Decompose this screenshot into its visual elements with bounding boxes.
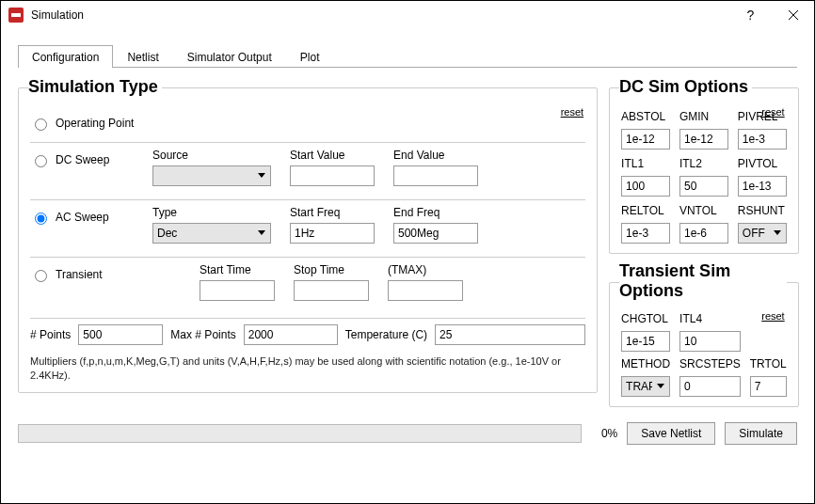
dc-end-label: End Value	[393, 149, 478, 162]
close-icon	[789, 10, 798, 20]
simulation-type-group: Simulation Type reset Operating Point DC…	[18, 77, 598, 393]
maxpoints-input[interactable]	[244, 324, 338, 345]
app-icon	[8, 8, 24, 23]
progress-bar	[18, 424, 582, 443]
gmin-label: GMIN	[679, 108, 728, 123]
ac-type-label: Type	[152, 206, 271, 219]
transient-sim-options-legend: Transient Sim Options	[619, 261, 787, 303]
chgtol-input[interactable]	[621, 331, 670, 352]
radio-transient[interactable]	[35, 270, 47, 282]
npoints-input[interactable]	[78, 324, 163, 345]
reltol-input[interactable]	[621, 223, 670, 244]
itl1-input[interactable]	[621, 176, 670, 197]
titlebar: Simulation ?	[1, 1, 814, 29]
itl4-input[interactable]	[679, 331, 741, 352]
dc-end-input[interactable]	[393, 165, 478, 186]
trtol-label: TRTOL	[750, 357, 787, 370]
tab-configuration[interactable]: Configuration	[18, 45, 113, 68]
content: Simulation Type reset Operating Point DC…	[1, 68, 814, 422]
tran-start-label: Start Time	[200, 263, 275, 276]
tran-stop-label: Stop Time	[294, 263, 369, 276]
transient-label: Transient	[56, 268, 103, 281]
vntol-input[interactable]	[679, 223, 728, 244]
tab-simulator-output[interactable]: Simulator Output	[173, 45, 286, 68]
reset-sim-type[interactable]: reset	[561, 106, 583, 118]
ac-endf-label: End Freq	[393, 206, 478, 219]
vntol-label: VNTOL	[679, 202, 728, 217]
dc-start-input[interactable]	[290, 165, 375, 186]
help-button[interactable]: ?	[729, 1, 772, 29]
window-title: Simulation	[31, 8, 84, 22]
maxpoints-label: Max # Points	[170, 328, 235, 341]
rshunt-label: RSHUNT	[738, 202, 787, 217]
ac-endf-input[interactable]	[393, 223, 478, 244]
method-label: METHOD	[621, 357, 670, 370]
itl2-label: ITL2	[679, 155, 728, 170]
abstol-label: ABSTOL	[621, 108, 670, 123]
dc-start-label: Start Value	[290, 149, 375, 162]
close-button[interactable]	[772, 1, 814, 29]
progress-percent: 0%	[591, 427, 617, 440]
ac-startf-label: Start Freq	[290, 206, 375, 219]
radio-operating-point[interactable]	[35, 118, 47, 131]
itl1-label: ITL1	[621, 155, 670, 170]
itl4-label: ITL4	[679, 312, 741, 325]
multipliers-hint: Multipliers (f,p,n,u,m,K,Meg,G,T) and un…	[30, 354, 585, 383]
save-netlist-button[interactable]: Save Netlist	[627, 422, 715, 445]
pivtol-label: PIVTOL	[738, 155, 787, 170]
temperature-label: Temperature (C)	[345, 328, 427, 341]
tran-stop-input[interactable]	[294, 280, 369, 301]
srcsteps-input[interactable]	[679, 376, 741, 397]
tran-tmax-label: (TMAX)	[388, 263, 463, 276]
method-select[interactable]: TRAP	[621, 376, 670, 397]
pivtol-input[interactable]	[738, 176, 787, 197]
radio-ac-sweep[interactable]	[35, 213, 47, 225]
npoints-label: # Points	[30, 328, 71, 341]
ac-sweep-label: AC Sweep	[56, 211, 109, 224]
tabstrip: Configuration Netlist Simulator Output P…	[18, 44, 797, 68]
trtol-input[interactable]	[750, 376, 787, 397]
footer: 0% Save Netlist Simulate	[1, 422, 814, 458]
tab-plot[interactable]: Plot	[286, 45, 334, 68]
ac-type-select[interactable]: Dec	[152, 223, 271, 244]
tran-tmax-input[interactable]	[388, 280, 463, 301]
dc-sim-options-group: DC Sim Options reset ABSTOL GMIN PIVREL …	[609, 77, 799, 254]
operating-point-label: Operating Point	[56, 117, 134, 130]
simulate-button[interactable]: Simulate	[725, 422, 797, 445]
dc-source-select[interactable]	[152, 165, 271, 186]
abstol-input[interactable]	[621, 129, 670, 150]
itl2-input[interactable]	[679, 176, 728, 197]
transient-sim-options-group: Transient Sim Options reset CHGTOL ITL4 …	[609, 261, 799, 407]
temperature-input[interactable]	[435, 324, 585, 345]
ac-startf-input[interactable]	[290, 223, 375, 244]
dc-source-label: Source	[152, 149, 271, 162]
gmin-input[interactable]	[679, 129, 728, 150]
chgtol-label: CHGTOL	[621, 312, 670, 325]
reset-dc-options[interactable]: reset	[761, 106, 784, 118]
rshunt-select[interactable]: OFF	[738, 223, 787, 244]
reltol-label: RELTOL	[621, 202, 670, 217]
simulation-type-legend: Simulation Type	[28, 77, 162, 99]
tran-start-input[interactable]	[200, 280, 275, 301]
dc-sim-options-legend: DC Sim Options	[619, 77, 752, 99]
srcsteps-label: SRCSTEPS	[679, 357, 741, 370]
radio-dc-sweep[interactable]	[35, 155, 47, 167]
reset-transient-options[interactable]: reset	[761, 310, 784, 322]
dc-sweep-label: DC Sweep	[56, 153, 109, 166]
tab-netlist[interactable]: Netlist	[113, 45, 172, 68]
pivrel-input[interactable]	[738, 129, 787, 150]
